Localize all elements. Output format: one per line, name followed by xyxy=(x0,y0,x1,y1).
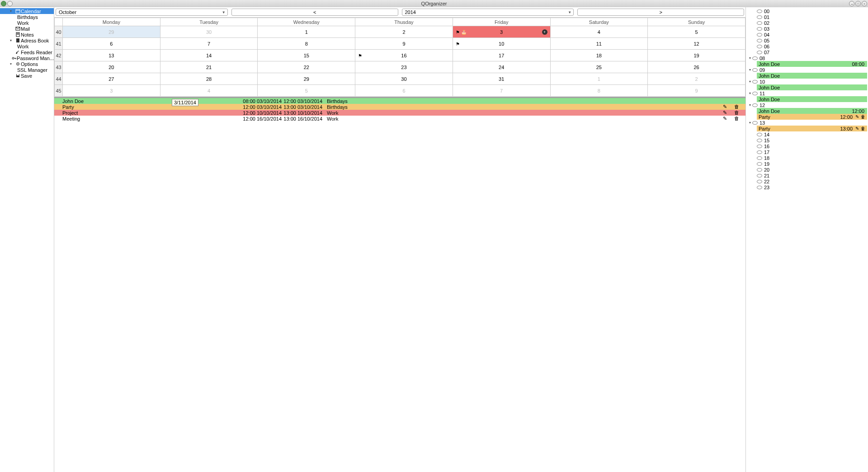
hour-row[interactable]: 20 xyxy=(746,167,867,173)
day-cell[interactable]: 27 xyxy=(63,73,160,85)
sidebar-item-feeds-reader[interactable]: Feeds Reader xyxy=(0,49,54,55)
hour-row[interactable]: 19 xyxy=(746,161,867,167)
day-cell[interactable]: 30 xyxy=(160,26,258,38)
timeline-event[interactable]: John Doe xyxy=(757,73,867,79)
day-cell[interactable]: 29 xyxy=(63,26,160,38)
sidebar-item-work[interactable]: Work xyxy=(0,43,54,49)
minimize-button[interactable]: ‒ xyxy=(849,1,854,6)
day-cell[interactable]: 15 xyxy=(258,50,355,61)
hour-row[interactable]: ▾10 xyxy=(746,79,867,84)
day-cell[interactable]: 9 xyxy=(648,85,745,97)
day-cell[interactable]: 30 xyxy=(355,73,453,85)
trash-icon[interactable]: 🗑 xyxy=(734,116,739,122)
timeline-event[interactable]: Party13:00✎🗑 xyxy=(757,126,867,131)
hour-row[interactable]: 00 xyxy=(746,8,867,14)
sidebar-item-work[interactable]: Work xyxy=(0,20,54,26)
hour-row[interactable]: 18 xyxy=(746,155,867,161)
day-cell[interactable]: 8 xyxy=(550,85,648,97)
day-cell[interactable]: 26 xyxy=(648,61,745,73)
hour-row[interactable]: 16 xyxy=(746,143,867,149)
day-cell[interactable]: 25 xyxy=(550,61,648,73)
add-event-button[interactable]: + xyxy=(542,29,547,35)
day-cell[interactable]: 18 xyxy=(550,50,648,61)
hour-row[interactable]: ▾08 xyxy=(746,55,867,61)
hour-row[interactable]: ▾09 xyxy=(746,67,867,73)
year-dropdown[interactable]: 2014 ▼ xyxy=(402,9,574,16)
sidebar-item-birthdays[interactable]: Birthdays xyxy=(0,14,54,20)
month-dropdown[interactable]: October ▼ xyxy=(56,9,228,16)
window-menu-button[interactable] xyxy=(7,1,13,6)
day-cell[interactable]: 9 xyxy=(355,38,453,50)
hour-row[interactable]: 07 xyxy=(746,49,867,55)
day-cell[interactable]: 3 xyxy=(63,85,160,97)
timeline-event[interactable]: John Doe08:00 xyxy=(757,61,867,67)
timeline-event[interactable]: John Doe12:00 xyxy=(757,108,867,114)
sidebar-item-notes[interactable]: Notes xyxy=(0,32,54,37)
next-month-button[interactable]: > xyxy=(577,9,744,16)
day-cell[interactable]: 5 xyxy=(648,26,745,38)
day-cell[interactable]: 29 xyxy=(258,73,355,85)
day-cell[interactable]: 4 xyxy=(550,26,648,38)
day-cell[interactable]: 31 xyxy=(453,73,550,85)
day-cell[interactable]: 5 xyxy=(258,85,355,97)
hour-row[interactable]: ▾13 xyxy=(746,120,867,126)
event-row[interactable]: Party12:00 03/10/201413:00 03/10/2014Bir… xyxy=(54,104,745,110)
hour-row[interactable]: 03 xyxy=(746,26,867,32)
hour-row[interactable]: 01 xyxy=(746,14,867,20)
maximize-button[interactable]: ◇ xyxy=(855,1,861,6)
hour-row[interactable]: 05 xyxy=(746,37,867,43)
hour-row[interactable]: 17 xyxy=(746,149,867,155)
sidebar-item-ssl-manager[interactable]: SSL Manager xyxy=(0,67,54,73)
day-cell[interactable]: 6 xyxy=(63,38,160,50)
day-cell[interactable]: ⚑ 🎂3+ xyxy=(453,26,550,38)
day-cell[interactable]: 6 xyxy=(355,85,453,97)
trash-icon[interactable]: 🗑 xyxy=(734,110,739,116)
day-cell[interactable]: 24 xyxy=(453,61,550,73)
sidebar-item-adress-book[interactable]: ▾Adress Book xyxy=(0,37,54,43)
day-cell[interactable]: 8 xyxy=(258,38,355,50)
day-cell[interactable]: 7 xyxy=(160,38,258,50)
day-cell[interactable]: 20 xyxy=(63,61,160,73)
event-row[interactable]: Meeting12:00 16/10/201413:00 16/10/2014W… xyxy=(54,116,745,122)
day-cell[interactable]: 4 xyxy=(160,85,258,97)
pencil-icon[interactable]: ✎ xyxy=(855,114,859,119)
prev-month-button[interactable]: < xyxy=(231,9,398,16)
day-cell[interactable]: ⚑10 xyxy=(453,38,550,50)
sidebar-item-password-man-[interactable]: Password Man... xyxy=(0,55,54,61)
day-cell[interactable]: 2 xyxy=(355,26,453,38)
day-cell[interactable]: 21 xyxy=(160,61,258,73)
hour-row[interactable]: 15 xyxy=(746,137,867,143)
hour-row[interactable]: ▾11 xyxy=(746,90,867,96)
sidebar-item-options[interactable]: ▾Options xyxy=(0,61,54,67)
pencil-icon[interactable]: ✎ xyxy=(723,104,727,110)
day-cell[interactable]: 12 xyxy=(648,38,745,50)
day-cell[interactable]: 28 xyxy=(160,73,258,85)
day-cell[interactable]: 2 xyxy=(648,73,745,85)
day-cell[interactable]: 11 xyxy=(550,38,648,50)
day-cell[interactable]: 23 xyxy=(355,61,453,73)
day-cell[interactable]: 13 xyxy=(63,50,160,61)
pencil-icon[interactable]: ✎ xyxy=(855,126,859,131)
hour-row[interactable]: 22 xyxy=(746,178,867,184)
hour-row[interactable]: 02 xyxy=(746,20,867,26)
timeline-event[interactable]: John Doe xyxy=(757,96,867,102)
day-cell[interactable]: 22 xyxy=(258,61,355,73)
day-cell[interactable]: 7 xyxy=(453,85,550,97)
event-row[interactable]: Project12:00 10/10/201413:00 10/10/2014W… xyxy=(54,110,745,116)
day-cell[interactable]: 1 xyxy=(258,26,355,38)
day-cell[interactable]: 19 xyxy=(648,50,745,61)
pencil-icon[interactable]: ✎ xyxy=(723,116,727,122)
trash-icon[interactable]: 🗑 xyxy=(861,114,865,119)
day-cell[interactable]: 14 xyxy=(160,50,258,61)
trash-icon[interactable]: 🗑 xyxy=(734,104,739,110)
timeline-event[interactable]: John Doe xyxy=(757,84,867,90)
sidebar-item-mail[interactable]: Mail xyxy=(0,26,54,32)
hour-row[interactable]: 21 xyxy=(746,173,867,178)
day-cell[interactable]: 1 xyxy=(550,73,648,85)
trash-icon[interactable]: 🗑 xyxy=(861,126,865,131)
hour-row[interactable]: 06 xyxy=(746,43,867,49)
pencil-icon[interactable]: ✎ xyxy=(723,110,727,116)
sidebar-item-calendar[interactable]: ▾Calendar xyxy=(0,8,54,14)
hour-row[interactable]: 14 xyxy=(746,131,867,137)
hour-row[interactable]: 23 xyxy=(746,184,867,190)
